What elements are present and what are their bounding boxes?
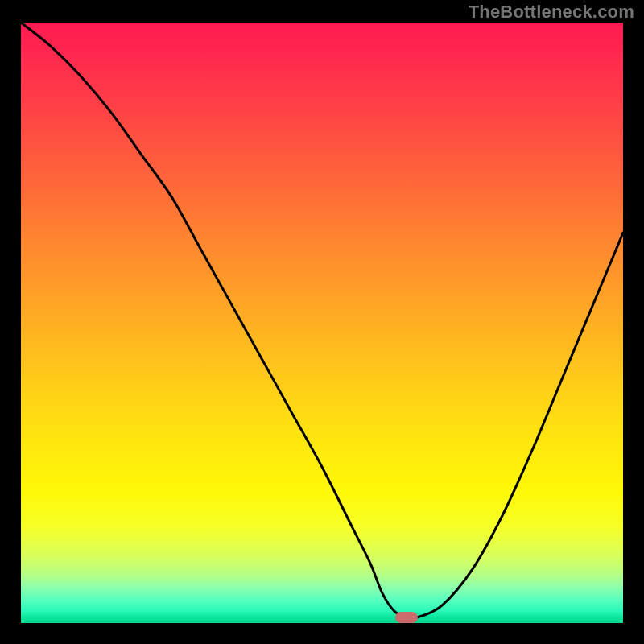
- plot-area: [21, 23, 623, 623]
- optimal-point-marker: [395, 612, 418, 623]
- bottleneck-curve: [21, 23, 623, 623]
- chart-frame: TheBottleneck.com: [0, 0, 644, 644]
- attribution-text: TheBottleneck.com: [469, 2, 634, 23]
